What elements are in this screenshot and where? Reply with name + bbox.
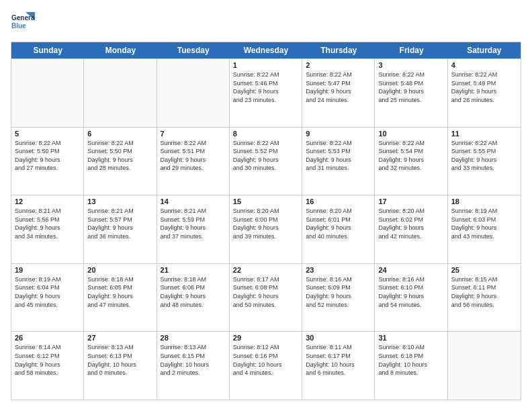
day-number: 12 (15, 197, 80, 205)
calendar-cell: 14Sunrise: 8:21 AM Sunset: 5:59 PM Dayli… (157, 195, 230, 263)
calendar-cell: 3Sunrise: 8:22 AM Sunset: 5:48 PM Daylig… (375, 59, 447, 127)
day-info: Sunrise: 8:21 AM Sunset: 5:56 PM Dayligh… (15, 207, 80, 240)
day-info: Sunrise: 8:14 AM Sunset: 6:12 PM Dayligh… (15, 343, 80, 377)
calendar-cell: 1Sunrise: 8:22 AM Sunset: 5:46 PM Daylig… (230, 59, 302, 127)
day-info: Sunrise: 8:17 AM Sunset: 6:08 PM Dayligh… (233, 275, 298, 309)
calendar-cell: 2Sunrise: 8:22 AM Sunset: 5:47 PM Daylig… (302, 59, 375, 127)
day-number: 19 (15, 266, 80, 274)
day-number: 30 (306, 334, 371, 342)
calendar-cell: 17Sunrise: 8:20 AM Sunset: 6:02 PM Dayli… (375, 195, 447, 263)
day-number: 26 (15, 334, 80, 342)
calendar-cell: 7Sunrise: 8:22 AM Sunset: 5:51 PM Daylig… (157, 128, 230, 195)
logo-graphic: General Blue (11, 11, 35, 35)
calendar-row: 5Sunrise: 8:22 AM Sunset: 5:50 PM Daylig… (11, 127, 521, 195)
day-number: 7 (161, 130, 226, 138)
day-number: 29 (233, 334, 298, 342)
page: General Blue SundayMondayTuesdayWednesda… (0, 0, 532, 411)
calendar-cell: 16Sunrise: 8:20 AM Sunset: 6:01 PM Dayli… (302, 195, 375, 263)
calendar-cell: 4Sunrise: 8:22 AM Sunset: 5:49 PM Daylig… (448, 59, 521, 127)
calendar-header: SundayMondayTuesdayWednesdayThursdayFrid… (11, 42, 521, 58)
day-number: 11 (451, 130, 517, 138)
day-info: Sunrise: 8:16 AM Sunset: 6:10 PM Dayligh… (378, 275, 443, 309)
calendar-row: 12Sunrise: 8:21 AM Sunset: 5:56 PM Dayli… (11, 195, 521, 263)
weekday-header: Wednesday (230, 42, 302, 58)
day-number: 3 (378, 61, 443, 69)
day-info: Sunrise: 8:22 AM Sunset: 5:49 PM Dayligh… (451, 71, 517, 104)
day-info: Sunrise: 8:10 AM Sunset: 6:18 PM Dayligh… (378, 343, 443, 377)
day-info: Sunrise: 8:22 AM Sunset: 5:50 PM Dayligh… (15, 139, 80, 173)
day-info: Sunrise: 8:20 AM Sunset: 6:01 PM Dayligh… (306, 207, 371, 240)
svg-text:Blue: Blue (11, 22, 26, 30)
calendar-cell: 13Sunrise: 8:21 AM Sunset: 5:57 PM Dayli… (84, 195, 157, 263)
logo: General Blue (11, 11, 35, 35)
day-number: 2 (306, 61, 371, 69)
calendar-cell: 10Sunrise: 8:22 AM Sunset: 5:54 PM Dayli… (375, 128, 447, 195)
day-number: 31 (378, 334, 443, 342)
day-info: Sunrise: 8:19 AM Sunset: 6:03 PM Dayligh… (451, 207, 517, 240)
day-info: Sunrise: 8:22 AM Sunset: 5:55 PM Dayligh… (451, 139, 517, 173)
calendar-cell: 22Sunrise: 8:17 AM Sunset: 6:08 PM Dayli… (230, 264, 302, 332)
calendar-cell: 26Sunrise: 8:14 AM Sunset: 6:12 PM Dayli… (11, 332, 84, 400)
day-info: Sunrise: 8:11 AM Sunset: 6:17 PM Dayligh… (306, 343, 371, 377)
calendar-cell: 11Sunrise: 8:22 AM Sunset: 5:55 PM Dayli… (448, 128, 521, 195)
day-number: 24 (378, 266, 443, 274)
calendar-cell (84, 59, 157, 127)
calendar-row: 26Sunrise: 8:14 AM Sunset: 6:12 PM Dayli… (11, 331, 521, 400)
svg-text:General: General (11, 14, 35, 21)
day-number: 22 (233, 266, 298, 274)
day-info: Sunrise: 8:18 AM Sunset: 6:05 PM Dayligh… (87, 275, 152, 309)
day-number: 14 (161, 197, 226, 205)
calendar-row: 1Sunrise: 8:22 AM Sunset: 5:46 PM Daylig… (11, 58, 521, 127)
weekday-header: Tuesday (157, 42, 230, 58)
day-number: 27 (87, 334, 152, 342)
day-number: 10 (378, 130, 443, 138)
day-info: Sunrise: 8:19 AM Sunset: 6:04 PM Dayligh… (15, 275, 80, 309)
calendar-cell: 24Sunrise: 8:16 AM Sunset: 6:10 PM Dayli… (375, 264, 447, 332)
weekday-header: Thursday (302, 42, 375, 58)
calendar-cell: 27Sunrise: 8:13 AM Sunset: 6:13 PM Dayli… (84, 332, 157, 400)
calendar-cell: 12Sunrise: 8:21 AM Sunset: 5:56 PM Dayli… (11, 195, 84, 263)
weekday-header: Saturday (448, 42, 521, 58)
day-info: Sunrise: 8:15 AM Sunset: 6:11 PM Dayligh… (451, 275, 517, 309)
weekday-header: Monday (84, 42, 157, 58)
day-number: 21 (161, 266, 226, 274)
day-info: Sunrise: 8:13 AM Sunset: 6:13 PM Dayligh… (87, 343, 152, 377)
day-info: Sunrise: 8:22 AM Sunset: 5:47 PM Dayligh… (306, 71, 371, 104)
weekday-header: Sunday (11, 42, 84, 58)
day-info: Sunrise: 8:21 AM Sunset: 5:57 PM Dayligh… (87, 207, 152, 240)
calendar-cell: 30Sunrise: 8:11 AM Sunset: 6:17 PM Dayli… (302, 332, 375, 400)
calendar-cell (11, 59, 84, 127)
day-number: 5 (15, 130, 80, 138)
day-number: 6 (87, 130, 152, 138)
day-number: 25 (451, 266, 517, 274)
day-info: Sunrise: 8:22 AM Sunset: 5:53 PM Dayligh… (306, 139, 371, 173)
day-number: 20 (87, 266, 152, 274)
day-number: 15 (233, 197, 298, 205)
calendar-cell: 28Sunrise: 8:13 AM Sunset: 6:15 PM Dayli… (157, 332, 230, 400)
day-info: Sunrise: 8:22 AM Sunset: 5:50 PM Dayligh… (87, 139, 152, 173)
calendar-cell: 15Sunrise: 8:20 AM Sunset: 6:00 PM Dayli… (230, 195, 302, 263)
header: General Blue (11, 11, 521, 35)
calendar-cell (157, 59, 230, 127)
day-info: Sunrise: 8:21 AM Sunset: 5:59 PM Dayligh… (161, 207, 226, 240)
day-info: Sunrise: 8:18 AM Sunset: 6:06 PM Dayligh… (161, 275, 226, 309)
day-number: 13 (87, 197, 152, 205)
day-info: Sunrise: 8:12 AM Sunset: 6:16 PM Dayligh… (233, 343, 298, 377)
day-info: Sunrise: 8:22 AM Sunset: 5:51 PM Dayligh… (161, 139, 226, 173)
day-number: 9 (306, 130, 371, 138)
day-info: Sunrise: 8:20 AM Sunset: 6:00 PM Dayligh… (233, 207, 298, 240)
calendar-cell: 19Sunrise: 8:19 AM Sunset: 6:04 PM Dayli… (11, 264, 84, 332)
calendar-cell: 18Sunrise: 8:19 AM Sunset: 6:03 PM Dayli… (448, 195, 521, 263)
calendar-cell (448, 332, 521, 400)
day-info: Sunrise: 8:22 AM Sunset: 5:46 PM Dayligh… (233, 71, 298, 104)
day-number: 23 (306, 266, 371, 274)
calendar-cell: 5Sunrise: 8:22 AM Sunset: 5:50 PM Daylig… (11, 128, 84, 195)
day-info: Sunrise: 8:16 AM Sunset: 6:09 PM Dayligh… (306, 275, 371, 309)
calendar-cell: 25Sunrise: 8:15 AM Sunset: 6:11 PM Dayli… (448, 264, 521, 332)
weekday-header: Friday (375, 42, 447, 58)
calendar-cell: 8Sunrise: 8:22 AM Sunset: 5:52 PM Daylig… (230, 128, 302, 195)
day-number: 17 (378, 197, 443, 205)
calendar-cell: 20Sunrise: 8:18 AM Sunset: 6:05 PM Dayli… (84, 264, 157, 332)
calendar-cell: 9Sunrise: 8:22 AM Sunset: 5:53 PM Daylig… (302, 128, 375, 195)
day-number: 16 (306, 197, 371, 205)
